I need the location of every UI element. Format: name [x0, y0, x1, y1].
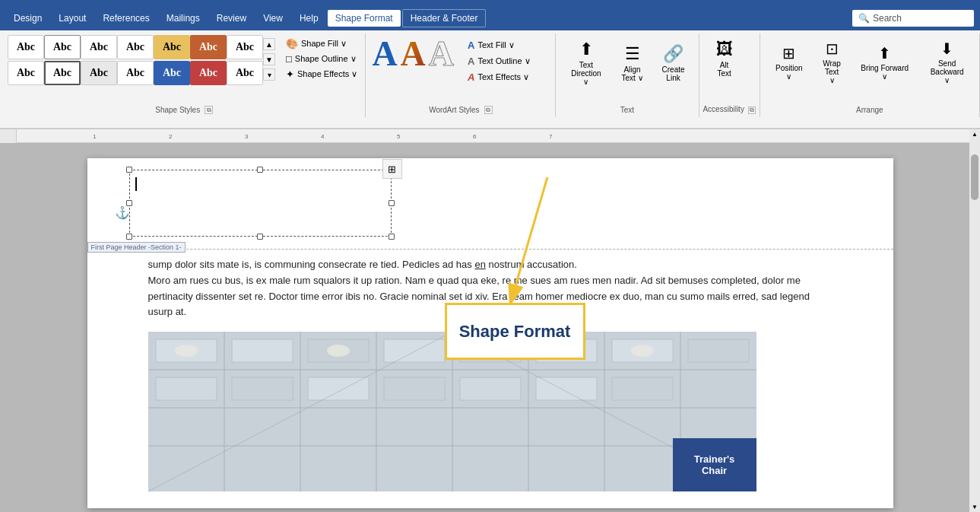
shape-effects-button[interactable]: ✦ Shape Effects ∨: [281, 67, 365, 81]
svg-rect-21: [232, 339, 293, 362]
svg-text:4: 4: [321, 133, 325, 140]
accessibility-group: 🖼 AltText Accessibility ⧉: [699, 33, 760, 117]
shape-outline-button[interactable]: □ Shape Outline ∨: [281, 52, 365, 66]
svg-rect-0: [17, 129, 980, 142]
scroll-down-button[interactable]: ▼: [970, 502, 979, 512]
shape-styles-expand-icon[interactable]: ⧉: [205, 106, 213, 114]
ruler: 1 2 3 4 5 6 7: [0, 129, 980, 143]
callout-box: Shape Format: [445, 303, 585, 360]
shape-fill-button[interactable]: 🎨 Shape Fill ∨: [281, 37, 365, 51]
wordart-expand-icon[interactable]: ⧉: [484, 106, 493, 114]
handle-top-left[interactable]: [126, 167, 132, 173]
shape-style-6[interactable]: Abc: [190, 35, 227, 59]
alt-text-button[interactable]: 🖼 AltText: [706, 37, 744, 81]
menu-item-header-footer[interactable]: Header & Footer: [402, 9, 487, 27]
shape-outline-label: Shape Outline ∨: [295, 54, 357, 64]
anchor-icon: ⚓: [115, 205, 130, 220]
svg-rect-38: [612, 377, 673, 400]
ruler-corner: [0, 129, 17, 143]
handle-bottom-right[interactable]: [389, 234, 395, 240]
text-box-container[interactable]: ⊞: [129, 170, 392, 237]
shape-style-13[interactable]: Abc: [190, 61, 227, 85]
menu-item-shape-format[interactable]: Shape Format: [328, 10, 401, 27]
shape-effects-icon: ✦: [286, 68, 294, 80]
bring-forward-button[interactable]: ⬆ Bring Forward ∨: [852, 37, 918, 87]
page-wrapper: First Page Header -Section 1-: [0, 143, 980, 512]
layout-icon[interactable]: ⊞: [382, 159, 402, 179]
svg-point-29: [327, 345, 350, 357]
create-link-icon: 🔗: [663, 44, 683, 64]
text-fill-icon: A: [468, 40, 474, 51]
menu-item-review[interactable]: Review: [209, 10, 254, 27]
menu-item-mailings[interactable]: Mailings: [159, 10, 208, 27]
handle-top-center[interactable]: [257, 167, 263, 173]
menu-item-help[interactable]: Help: [292, 10, 326, 27]
position-button[interactable]: ⊞ Position ∨: [766, 37, 813, 87]
text-direction-button[interactable]: ⬆ TextDirection ∨: [562, 37, 610, 89]
page-header: First Page Header -Section 1-: [87, 158, 893, 250]
styles-expand[interactable]: ▾: [263, 68, 275, 81]
ribbon: Abc Abc Abc Abc Abc Abc Abc Abc Abc Abc …: [0, 30, 980, 129]
shape-style-9[interactable]: Abc: [44, 61, 81, 85]
alt-text-label: AltText: [717, 61, 731, 78]
wordart-a-blue[interactable]: A: [372, 37, 397, 72]
scrollbar-thumb[interactable]: [971, 154, 978, 200]
shape-style-4[interactable]: Abc: [117, 35, 154, 59]
menu-item-view[interactable]: View: [255, 10, 290, 27]
align-text-icon: ☰: [625, 44, 640, 64]
create-link-button[interactable]: 🔗 CreateLink: [655, 37, 693, 89]
shape-style-14[interactable]: Abc: [227, 61, 263, 85]
text-outline-icon: A: [468, 56, 474, 67]
text-effects-button[interactable]: A Text Effects ∨: [463, 70, 547, 84]
handle-bottom-left[interactable]: [126, 234, 132, 240]
vertical-scrollbar[interactable]: ▲ ▼: [969, 143, 980, 512]
shape-styles-group: Abc Abc Abc Abc Abc Abc Abc Abc Abc Abc …: [3, 33, 366, 117]
shape-styles-label: Shape Styles: [155, 106, 200, 114]
arrange-label: Arrange: [856, 106, 883, 114]
wordart-styles-group: A A A A Text Fill ∨ A Text Outline ∨ A: [366, 33, 556, 117]
shape-style-2[interactable]: Abc: [44, 35, 81, 59]
text-effects-icon: A: [468, 72, 474, 83]
menu-bar: Design Layout References Mailings Review…: [0, 6, 980, 30]
wordart-a-outline[interactable]: A: [429, 37, 454, 72]
search-icon: 🔍: [858, 13, 870, 24]
shape-style-5[interactable]: Abc: [154, 35, 190, 59]
document-page: First Page Header -Section 1-: [87, 158, 893, 508]
header-section-label: First Page Header -Section 1-: [87, 242, 186, 253]
wordart-a-gradient[interactable]: A: [401, 37, 426, 72]
shape-style-10[interactable]: Abc: [81, 61, 117, 85]
handle-middle-right[interactable]: [389, 200, 395, 206]
text-fill-button[interactable]: A Text Fill ∨: [463, 38, 547, 52]
accessibility-expand-icon[interactable]: ⧉: [748, 107, 756, 114]
text-group: ⬆ TextDirection ∨ ☰ AlignText ∨ 🔗 Create…: [556, 33, 699, 117]
shape-style-11[interactable]: Abc: [117, 61, 154, 85]
text-fill-label: Text Fill ∨: [477, 40, 514, 50]
align-text-button[interactable]: ☰ AlignText ∨: [614, 37, 652, 89]
text-outline-button[interactable]: A Text Outline ∨: [463, 54, 547, 68]
shape-style-1[interactable]: Abc: [8, 35, 44, 59]
create-link-label: CreateLink: [662, 65, 685, 82]
handle-bottom-center[interactable]: [257, 234, 263, 240]
shape-style-7[interactable]: Abc: [227, 35, 263, 59]
svg-point-28: [175, 345, 198, 357]
align-text-label: AlignText ∨: [621, 65, 642, 82]
styles-scroll-down[interactable]: ▼: [263, 53, 275, 65]
send-backward-button[interactable]: ⬇ SendBackward ∨: [921, 37, 973, 87]
shape-fill-icon: 🎨: [286, 38, 298, 49]
svg-text:1: 1: [93, 133, 97, 140]
menu-item-design[interactable]: Design: [6, 10, 49, 27]
wrap-text-button[interactable]: ⊡ WrapText ∨: [815, 37, 848, 87]
menu-item-layout[interactable]: Layout: [51, 10, 94, 27]
menu-item-references[interactable]: References: [95, 10, 157, 27]
shape-style-12[interactable]: Abc: [154, 61, 190, 85]
shape-style-3[interactable]: Abc: [81, 35, 117, 59]
paragraph-text-start: sump dolor sits mate is, is communing co…: [148, 259, 475, 270]
menu-bar-right: 🔍 Search: [852, 10, 974, 27]
svg-text:5: 5: [397, 133, 401, 140]
text-cursor: [135, 177, 137, 191]
arrange-group: ⊞ Position ∨ ⊡ WrapText ∨ ⬆ Bring Forwar…: [760, 33, 980, 117]
search-box[interactable]: 🔍 Search: [852, 10, 974, 27]
styles-scroll-up[interactable]: ▲: [263, 38, 275, 50]
alt-text-icon: 🖼: [716, 40, 733, 59]
shape-style-8[interactable]: Abc: [8, 61, 44, 85]
